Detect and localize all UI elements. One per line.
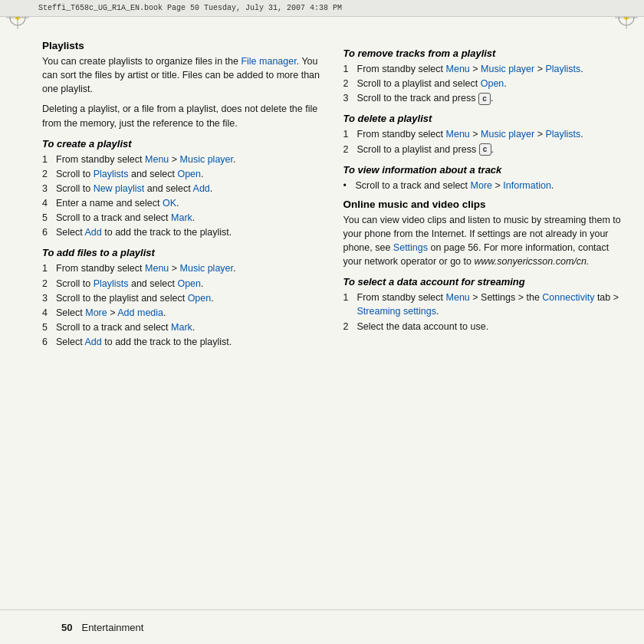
online-music-body: You can view video clips and listen to m… [343, 213, 622, 269]
more-link-v: More [471, 180, 492, 191]
add-step-3: 3 Scroll to the playlist and select Open… [42, 291, 320, 305]
view-info-heading: To view information about a track [343, 164, 622, 176]
create-step-1: 1 From standby select Menu > Music playe… [42, 153, 320, 166]
create-playlist-heading: To create a playlist [42, 138, 320, 150]
view-info-item: • Scroll to a track and select More > In… [343, 179, 622, 192]
mark-link-c5: Mark [171, 212, 192, 223]
add-step-5: 5 Scroll to a track and select Mark. [42, 320, 320, 334]
add-link-c3: Add [193, 183, 210, 194]
connectivity-link: Connectivity [542, 292, 594, 303]
playlists-intro: You can create playlists to organize fil… [42, 54, 320, 96]
left-column: Playlists You can create playlists to or… [15, 40, 320, 594]
delete-note: Deleting a playlist, or a file from a pl… [42, 102, 320, 130]
streaming-settings-link: Streaming settings [357, 306, 437, 317]
open-link-r2: Open [481, 78, 504, 89]
add-step-6: 6 Select Add to add the track to the pla… [42, 335, 320, 349]
view-info-list: • Scroll to a track and select More > In… [343, 179, 622, 192]
information-link: Information [503, 180, 551, 191]
music-player-link-r1: Music player [481, 64, 534, 74]
right-column: To remove tracks from a playlist 1 From … [343, 40, 629, 594]
music-player-link-c1: Music player [180, 154, 233, 165]
more-link-a4: More [85, 307, 107, 318]
add-link-c6: Add [85, 227, 102, 238]
menu-link-a1: Menu [145, 263, 169, 274]
create-playlist-steps: 1 From standby select Menu > Music playe… [42, 153, 320, 240]
playlists-link-c2: Playlists [94, 169, 129, 179]
playlists-link-d1: Playlists [545, 129, 580, 140]
add-media-link: Add media [117, 307, 163, 318]
stream-step-1: 1 From standby select Menu > Settings > … [343, 291, 622, 318]
add-step-1: 1 From standby select Menu > Music playe… [42, 261, 320, 275]
create-step-5: 5 Scroll to a track and select Mark. [42, 211, 320, 225]
delete-playlist-steps: 1 From standby select Menu > Music playe… [343, 127, 622, 156]
page-number: 50 [61, 622, 72, 633]
remove-step-1: 1 From standby select Menu > Music playe… [343, 62, 622, 76]
add-link-a6: Add [85, 337, 102, 347]
menu-link-c1: Menu [145, 154, 169, 165]
add-files-steps: 1 From standby select Menu > Music playe… [42, 261, 320, 349]
music-player-link-d1: Music player [481, 129, 534, 140]
ok-link: OK [163, 198, 176, 209]
remove-tracks-heading: To remove tracks from a playlist [343, 48, 622, 59]
open-link-c2: Open [177, 169, 201, 179]
create-step-3: 3 Scroll to New playlist and select Add. [42, 182, 320, 196]
stream-step-2: 2 Select the data account to use. [343, 320, 622, 334]
create-step-4: 4 Enter a name and select OK. [42, 196, 320, 210]
settings-link: Settings [393, 242, 428, 253]
add-step-2: 2 Scroll to Playlists and select Open. [42, 277, 320, 291]
open-link-a2: Open [177, 278, 201, 289]
add-files-heading: To add files to a playlist [42, 247, 320, 258]
playlists-link-r1: Playlists [545, 64, 580, 74]
c-button-d2: c [479, 143, 491, 156]
streaming-heading: To select a data account for streaming [343, 276, 622, 288]
playlists-link-a2: Playlists [94, 278, 129, 289]
menu-link-d1: Menu [446, 129, 470, 140]
music-player-link-a1: Music player [180, 263, 233, 274]
mark-link-a5: Mark [171, 322, 192, 333]
online-music-heading: Online music and video clips [343, 199, 622, 210]
c-button-r3: c [478, 93, 491, 105]
delete-step-1: 1 From standby select Menu > Music playe… [343, 127, 622, 141]
delete-step-2: 2 Scroll to a playlist and press c. [343, 143, 622, 156]
menu-link-r1: Menu [446, 64, 470, 74]
header-text: Steffi_T658c_UG_R1A_EN.book Page 50 Tues… [38, 4, 342, 12]
main-content: Playlists You can create playlists to or… [0, 17, 644, 610]
remove-step-3: 3 Scroll to the track and press c. [343, 91, 622, 105]
create-step-6: 6 Select Add to add the track to the pla… [42, 225, 320, 239]
file-manager-link: File manager [241, 56, 296, 67]
remove-step-2: 2 Scroll to a playlist and select Open. [343, 77, 622, 90]
add-step-4: 4 Select More > Add media. [42, 306, 320, 320]
footer-label: Entertainment [81, 622, 143, 633]
footer: 50 Entertainment [0, 610, 644, 644]
header-bar: Steffi_T658c_UG_R1A_EN.book Page 50 Tues… [0, 0, 644, 17]
remove-tracks-steps: 1 From standby select Menu > Music playe… [343, 62, 622, 105]
open-link-a3: Open [188, 293, 212, 304]
menu-link-s1: Menu [446, 292, 470, 303]
playlists-heading: Playlists [42, 40, 320, 51]
streaming-steps: 1 From standby select Menu > Settings > … [343, 291, 622, 333]
new-playlist-link: New playlist [94, 183, 145, 194]
delete-playlist-heading: To delete a playlist [343, 113, 622, 124]
create-step-2: 2 Scroll to Playlists and select Open. [42, 167, 320, 181]
